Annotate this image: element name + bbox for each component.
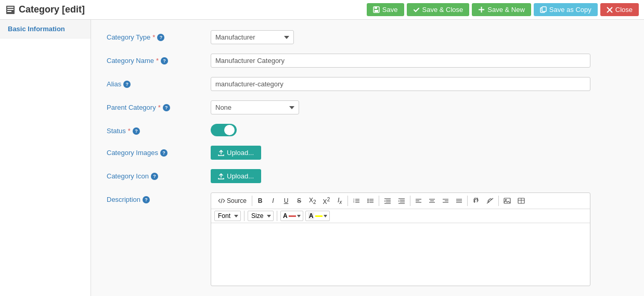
ordered-list-button[interactable]: 123 <box>350 195 363 207</box>
justify-button[interactable] <box>453 195 466 207</box>
category-name-row: Category Name * ? <box>107 54 628 68</box>
svg-rect-5 <box>375 7 377 9</box>
toolbar-sep-7 <box>244 211 244 221</box>
category-type-help-icon[interactable]: ? <box>157 34 164 41</box>
category-type-row: Category Type * ? Manufacturer Vendor Cu… <box>107 30 628 44</box>
italic-button[interactable]: I <box>267 195 279 207</box>
indent-button[interactable] <box>395 195 408 207</box>
align-center-icon <box>429 198 435 204</box>
outdent-button[interactable] <box>381 195 394 207</box>
unlink-icon <box>486 198 494 204</box>
alias-help-icon[interactable]: ? <box>123 81 131 88</box>
unlink-button[interactable] <box>483 195 497 207</box>
font-color-button[interactable]: A <box>280 211 303 221</box>
insert-image-icon <box>504 198 511 204</box>
category-icon-row: Category Icon ? Upload... <box>107 169 628 183</box>
description-editor-body[interactable] <box>211 223 590 286</box>
ordered-list-icon: 123 <box>353 198 360 204</box>
status-help-icon[interactable]: ? <box>133 127 140 135</box>
alias-row: Alias ? <box>107 77 628 91</box>
insert-image-button[interactable] <box>500 195 514 207</box>
checkmark-icon <box>413 6 420 13</box>
sidebar-item-basic-information[interactable]: Basic Information <box>0 20 91 38</box>
category-name-input[interactable] <box>211 54 590 68</box>
category-type-select[interactable]: Manufacturer Vendor Custom <box>211 30 294 44</box>
insert-table-button[interactable] <box>514 195 528 207</box>
toolbar-sep-3 <box>379 196 379 206</box>
background-color-indicator <box>315 215 323 217</box>
save-icon <box>373 6 380 13</box>
parent-category-row: Parent Category * ? None <box>107 100 628 114</box>
svg-rect-6 <box>375 10 378 12</box>
parent-category-help-icon[interactable]: ? <box>163 104 170 111</box>
toolbar-sep-6 <box>498 196 499 206</box>
align-left-icon <box>415 198 422 204</box>
toolbar-sep-4 <box>410 196 410 206</box>
link-icon <box>472 198 480 204</box>
svg-point-47 <box>505 199 507 201</box>
underline-button[interactable]: U <box>280 195 292 207</box>
svg-point-23 <box>367 200 368 201</box>
save-button[interactable]: Save <box>367 3 404 16</box>
page-title-text: Category [edit] <box>19 4 85 15</box>
save-close-button[interactable]: Save & Close <box>407 3 470 16</box>
copy-icon <box>540 6 547 13</box>
svg-rect-1 <box>7 7 14 8</box>
toolbar-sep-1 <box>252 196 252 206</box>
parent-category-select[interactable]: None <box>211 100 299 114</box>
category-icon-label: Category Icon ? <box>107 169 211 180</box>
upload-icon <box>218 150 224 156</box>
align-left-button[interactable] <box>412 195 425 207</box>
category-images-upload-button[interactable]: Upload... <box>211 146 261 160</box>
top-buttons: Save Save & Close Save & New Save as Cop… <box>367 3 639 16</box>
description-help-icon[interactable]: ? <box>143 196 150 203</box>
italic2-button[interactable]: Ix <box>333 195 346 207</box>
unordered-list-icon <box>367 198 374 204</box>
font-color-indicator <box>289 215 296 217</box>
save-copy-button[interactable]: Save as Copy <box>534 3 598 16</box>
toolbar-sep-8 <box>277 211 277 221</box>
editor-toolbar-row2: Font Size A A <box>211 209 590 223</box>
category-name-label: Category Name * ? <box>107 54 211 65</box>
close-button[interactable]: Close <box>600 3 639 16</box>
editor-toolbar-row1: Source B I U S X2 X2 Ix 123 <box>211 193 590 209</box>
source-button[interactable]: Source <box>214 196 250 206</box>
svg-rect-3 <box>7 11 11 12</box>
required-star-4: * <box>128 127 131 135</box>
size-select[interactable]: Size <box>248 211 274 221</box>
font-color-chevron <box>297 215 301 217</box>
toolbar-sep-5 <box>467 196 468 206</box>
status-toggle[interactable] <box>211 124 237 136</box>
superscript-button[interactable]: X2 <box>320 195 333 207</box>
plus-icon-save-new <box>478 6 485 13</box>
subscript-button[interactable]: X2 <box>306 195 319 207</box>
alias-input[interactable] <box>211 77 590 91</box>
description-editor: Source B I U S X2 X2 Ix 123 <box>211 192 590 286</box>
category-icon-help-icon[interactable]: ? <box>151 173 158 180</box>
status-row: Status * ? <box>107 124 628 136</box>
close-icon <box>607 7 613 13</box>
required-star-3: * <box>158 104 161 111</box>
link-button[interactable] <box>469 195 483 207</box>
align-right-button[interactable] <box>439 195 452 207</box>
category-type-label: Category Type * ? <box>107 30 211 41</box>
category-images-help-icon[interactable]: ? <box>160 149 168 157</box>
align-center-button[interactable] <box>426 195 439 207</box>
top-bar: Category [edit] Save Save & Close Save &… <box>0 0 644 20</box>
bold-button[interactable]: B <box>254 195 266 207</box>
page-icon <box>5 5 16 15</box>
save-new-button[interactable]: Save & New <box>472 3 531 16</box>
category-name-help-icon[interactable]: ? <box>161 57 168 65</box>
svg-rect-10 <box>542 7 546 11</box>
upload-icon-2 <box>218 173 224 179</box>
justify-icon <box>456 198 462 204</box>
status-label: Status * ? <box>107 124 211 135</box>
font-select[interactable]: Font <box>214 211 241 221</box>
background-color-button[interactable]: A <box>305 211 330 221</box>
category-images-row: Category Images ? Upload... <box>107 146 628 160</box>
unordered-list-button[interactable] <box>364 195 377 207</box>
category-icon-upload-button[interactable]: Upload... <box>211 169 261 183</box>
source-icon <box>218 198 225 203</box>
strikethrough-button[interactable]: S <box>293 195 305 207</box>
alias-label: Alias ? <box>107 77 211 88</box>
